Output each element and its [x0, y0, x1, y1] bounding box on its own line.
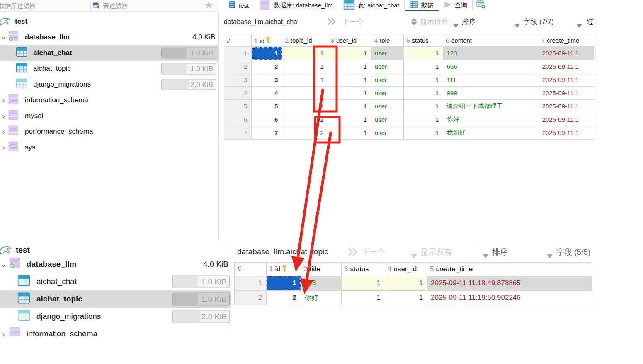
cell-role[interactable]: user [371, 47, 403, 60]
cell-user_id[interactable]: 1 [328, 113, 371, 126]
row-number-cell[interactable]: 2 [224, 60, 252, 73]
cell-status[interactable]: 1 [404, 60, 443, 73]
cell-content[interactable]: 你好 [443, 113, 539, 126]
tree-item-test[interactable]: test [0, 14, 218, 29]
chevron-right-icon[interactable] [1, 113, 7, 119]
cell-status[interactable]: 1 [404, 113, 443, 126]
cell-content[interactable]: 111 [443, 73, 539, 87]
tree-item-information_schema[interactable]: information_schema [0, 325, 231, 336]
tree-item-aichat_topic[interactable]: aichat_topic1.0 KiB [0, 61, 218, 77]
cell-topic_id[interactable]: 1 [282, 100, 328, 113]
row-number-cell[interactable]: 5 [224, 100, 252, 113]
new-query-button[interactable] [473, 0, 490, 11]
cell-create_time[interactable]: 2025-09-11 1 [539, 73, 594, 87]
cell-id[interactable]: 2 [252, 60, 282, 73]
cell-id[interactable]: 1 [267, 276, 301, 291]
cell-id[interactable]: 2 [267, 291, 301, 305]
sort-button[interactable]: 排序 [492, 246, 508, 259]
tree-item-aichat_chat[interactable]: aichat_chat1.0 KiB [0, 273, 231, 290]
column-header-status[interactable]: 3status [342, 263, 385, 276]
sidebar-divider-bottom[interactable] [231, 242, 231, 336]
sidebar-divider-top[interactable] [218, 12, 219, 240]
cell-status[interactable]: 1 [342, 276, 385, 291]
row-number-cell[interactable]: 4 [224, 87, 252, 100]
column-header-role[interactable]: 4role [371, 34, 403, 47]
cell-status[interactable]: 1 [342, 291, 385, 305]
cell-user_id[interactable]: 1 [328, 100, 371, 113]
row-number-cell[interactable]: 7 [224, 126, 252, 140]
cell-create_time[interactable]: 2025-09-11 11:18:49.878865 [427, 276, 592, 291]
column-header-row-number[interactable]: # [235, 263, 267, 276]
column-header-id[interactable]: 1id [267, 263, 301, 276]
column-header-user_id[interactable]: 4user_id [385, 263, 427, 276]
show-all-button[interactable]: 显示所有 [421, 246, 452, 259]
cell-topic_id[interactable]: 2 [282, 126, 328, 140]
chevron-down-icon[interactable] [1, 34, 7, 40]
column-header-row-number[interactable]: # [224, 34, 252, 47]
column-header-user_id[interactable]: 3user_id [328, 34, 371, 47]
cell-content[interactable]: 我姐好 [443, 126, 539, 140]
cell-create_time[interactable]: 2025-09-11 1 [539, 100, 594, 113]
tab-表: aichat_chat[interactable]: 表: aichat_chat [338, 0, 405, 11]
tree-item-sys[interactable]: sys [0, 140, 218, 155]
chevron-down-icon[interactable] [1, 261, 7, 267]
row-number-cell[interactable]: 2 [235, 291, 267, 305]
cell-title[interactable]: 123 [301, 276, 342, 291]
cell-status[interactable]: 1 [404, 87, 443, 100]
tree-item-aichat_chat[interactable]: aichat_chat1.0 KiB [0, 45, 218, 61]
cell-status[interactable]: 1 [404, 73, 443, 87]
tree-item-mysql[interactable]: mysql [0, 108, 218, 124]
column-header-id[interactable]: 1id [252, 34, 282, 47]
chevron-right-icon[interactable] [1, 97, 7, 103]
cell-content[interactable]: 请介绍一下成都理工 [443, 100, 539, 113]
chevron-right-icon[interactable] [1, 129, 7, 135]
cell-create_time[interactable]: 2025-09-11 1 [539, 126, 594, 140]
cell-id[interactable]: 3 [252, 73, 282, 87]
cell-id[interactable]: 6 [252, 113, 282, 126]
column-header-create_time[interactable]: 5create_time [427, 263, 592, 276]
cell-content[interactable]: 666 [443, 60, 539, 73]
cell-id[interactable]: 5 [252, 100, 282, 113]
cell-status[interactable]: 1 [404, 100, 443, 113]
cell-role[interactable]: user [371, 60, 403, 73]
tree-item-database_llm[interactable]: database_llm4.0 KiB [0, 256, 231, 273]
cell-user_id[interactable]: 1 [328, 73, 371, 87]
tree-item-database_llm[interactable]: database_llm4.0 KiB [0, 29, 218, 45]
sort-button[interactable]: 排序 [462, 16, 476, 28]
cell-role[interactable]: user [371, 100, 403, 113]
favorites-star-icon[interactable]: ★ [204, 0, 214, 12]
cell-user_id[interactable]: 1 [385, 291, 427, 305]
cell-create_time[interactable]: 2025-09-11 11:19:50.902246 [427, 291, 592, 305]
cell-user_id[interactable]: 1 [328, 60, 371, 73]
row-number-cell[interactable]: 6 [224, 113, 252, 126]
cell-topic_id[interactable]: 1 [282, 73, 328, 87]
chevron-right-icon[interactable] [1, 331, 7, 336]
fields-button[interactable]: 字段 (5/5) [556, 246, 590, 259]
tab-数据库: database_llm[interactable]: 数据库: database_llm [254, 0, 338, 11]
cell-id[interactable]: 7 [252, 126, 282, 140]
cell-role[interactable]: user [371, 126, 403, 140]
cell-content[interactable]: 123 [443, 47, 539, 60]
cell-topic_id[interactable]: 1 [282, 60, 328, 73]
table-filter-input[interactable]: 表过滤器 [103, 0, 128, 12]
cell-topic_id[interactable]: 2 [282, 113, 328, 126]
cell-content[interactable]: 999 [443, 87, 539, 100]
cell-id[interactable]: 4 [252, 87, 282, 100]
next-record-button[interactable]: 下一个 [362, 246, 385, 259]
database-filter-input[interactable]: 数据库过滤器 [0, 0, 36, 12]
tree-item-django_migrations[interactable]: django_migrations2.0 KiB [0, 77, 218, 92]
row-number-cell[interactable]: 1 [235, 276, 267, 291]
next-record-button[interactable]: 下一个 [342, 16, 364, 28]
column-header-content[interactable]: 6content [443, 34, 539, 47]
tree-item-django_migrations[interactable]: django_migrations2.0 KiB [0, 308, 231, 325]
show-all-button[interactable]: 显示所有 [420, 16, 448, 28]
tree-item-aichat_topic[interactable]: aichat_topic1.0 KiB [0, 290, 231, 308]
cell-user_id[interactable]: 1 [385, 276, 427, 291]
cell-role[interactable]: user [371, 73, 403, 87]
column-header-create_time[interactable]: 7create_time [539, 34, 594, 47]
cell-topic_id[interactable]: 1 [282, 87, 328, 100]
cell-id[interactable]: 1 [252, 47, 282, 60]
cell-topic_id[interactable]: 1 [282, 47, 328, 60]
cell-role[interactable]: user [371, 87, 403, 100]
cell-status[interactable]: 1 [404, 126, 443, 140]
